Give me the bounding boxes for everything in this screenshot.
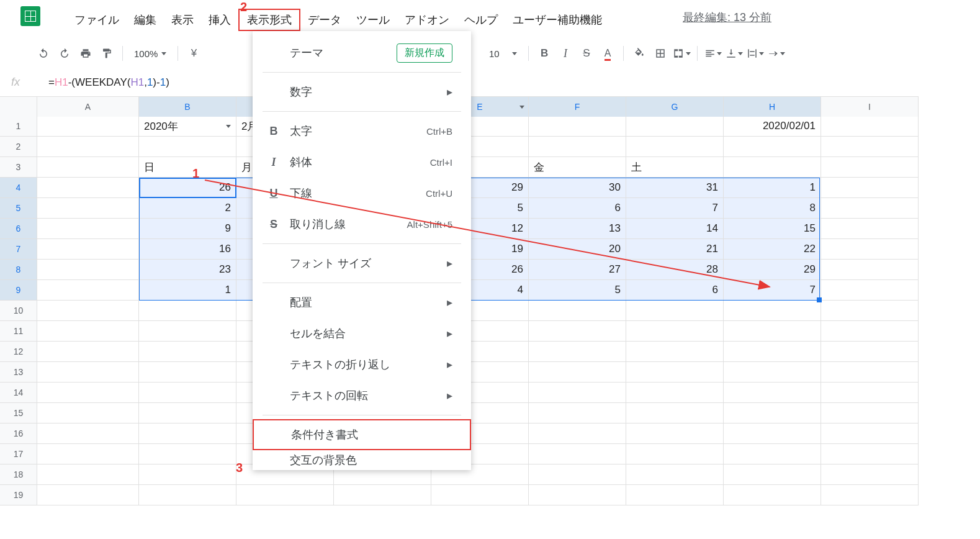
cell-F1[interactable] (529, 116, 626, 137)
cell-I12[interactable] (821, 342, 919, 362)
cell-B12[interactable] (139, 342, 236, 362)
cell-H12[interactable] (724, 342, 821, 362)
menu-accessibility[interactable]: ユーザー補助機能 (505, 10, 609, 30)
font-size-select[interactable]: 10 (484, 48, 522, 59)
cell-G11[interactable] (626, 321, 724, 342)
cell-A14[interactable] (37, 383, 139, 403)
select-all-corner[interactable] (0, 97, 37, 117)
cell-H19[interactable] (724, 485, 821, 505)
cell-A19[interactable] (37, 485, 139, 505)
cell-B1[interactable]: 2020年 (139, 116, 236, 137)
cell-B3[interactable]: 日 (139, 157, 236, 178)
menu-item-fontsize[interactable]: フォント サイズ▸ (253, 248, 471, 279)
row-header-3[interactable]: 3 (0, 157, 37, 178)
menu-tools[interactable]: ツール (349, 10, 397, 30)
column-header-A[interactable]: A (37, 97, 139, 117)
cell-F19[interactable] (529, 485, 626, 505)
cell-F9[interactable]: 5 (529, 280, 626, 301)
cell-I9[interactable] (821, 280, 919, 301)
cell-I17[interactable] (821, 444, 919, 464)
cell-H6[interactable]: 15 (724, 219, 821, 239)
chevron-down-icon[interactable] (226, 125, 231, 128)
cell-E19[interactable] (431, 485, 529, 505)
cell-A11[interactable] (37, 321, 139, 342)
print-button[interactable] (76, 44, 95, 63)
cell-G14[interactable] (626, 383, 724, 403)
cell-H4[interactable]: 1 (724, 178, 821, 198)
cell-I15[interactable] (821, 403, 919, 424)
cell-C19[interactable] (236, 485, 334, 505)
cell-F15[interactable] (529, 403, 626, 424)
cell-B9[interactable]: 1 (139, 280, 236, 301)
cell-H7[interactable]: 22 (724, 239, 821, 260)
row-header-7[interactable]: 7 (0, 239, 37, 260)
cell-H17[interactable] (724, 444, 821, 464)
row-header-11[interactable]: 11 (0, 321, 37, 342)
column-header-B[interactable]: B (139, 97, 236, 117)
cell-F10[interactable] (529, 301, 626, 321)
cell-F6[interactable]: 13 (529, 219, 626, 239)
column-header-H[interactable]: H (724, 97, 821, 117)
menu-item-italic[interactable]: I斜体Ctrl+I (253, 147, 471, 178)
cell-B5[interactable]: 2 (139, 198, 236, 219)
row-header-14[interactable]: 14 (0, 383, 37, 403)
menu-item-conditional-format[interactable]: 条件付き書式 (253, 419, 471, 450)
cell-F14[interactable] (529, 383, 626, 403)
cell-I16[interactable] (821, 424, 919, 444)
menu-insert[interactable]: 挿入 (201, 10, 238, 30)
cell-I7[interactable] (821, 239, 919, 260)
cell-G16[interactable] (626, 424, 724, 444)
menu-data[interactable]: データ (300, 10, 349, 30)
cell-I11[interactable] (821, 321, 919, 342)
cell-H5[interactable]: 8 (724, 198, 821, 219)
cell-F12[interactable] (529, 342, 626, 362)
cell-I8[interactable] (821, 260, 919, 280)
row-header-4[interactable]: 4 (0, 178, 37, 198)
column-header-I[interactable]: I (821, 97, 919, 117)
menu-item-number[interactable]: 数字▸ (253, 76, 471, 107)
cell-I18[interactable] (821, 464, 919, 485)
cell-F18[interactable] (529, 464, 626, 485)
cell-G17[interactable] (626, 444, 724, 464)
horizontal-align-button[interactable] (704, 44, 722, 63)
cell-H16[interactable] (724, 424, 821, 444)
bold-button[interactable]: B (535, 44, 554, 63)
menu-item-align[interactable]: 配置▸ (253, 287, 471, 318)
row-header-10[interactable]: 10 (0, 301, 37, 321)
strikethrough-button[interactable]: S (577, 44, 596, 63)
row-header-13[interactable]: 13 (0, 362, 37, 383)
cell-H11[interactable] (724, 321, 821, 342)
cell-B8[interactable]: 23 (139, 260, 236, 280)
row-header-18[interactable]: 18 (0, 464, 37, 485)
cell-F11[interactable] (529, 321, 626, 342)
cell-B10[interactable] (139, 301, 236, 321)
column-header-G[interactable]: G (626, 97, 724, 117)
row-header-12[interactable]: 12 (0, 342, 37, 362)
menu-view[interactable]: 表示 (164, 10, 201, 30)
row-header-19[interactable]: 19 (0, 485, 37, 505)
undo-button[interactable] (34, 44, 53, 63)
paint-format-button[interactable] (97, 44, 116, 63)
cell-I3[interactable] (821, 157, 919, 178)
cell-G6[interactable]: 14 (626, 219, 724, 239)
cell-H10[interactable] (724, 301, 821, 321)
menu-item-underline[interactable]: U下線Ctrl+U (253, 178, 471, 209)
cell-H14[interactable] (724, 383, 821, 403)
cell-F5[interactable]: 6 (529, 198, 626, 219)
cell-F7[interactable]: 20 (529, 239, 626, 260)
row-header-16[interactable]: 16 (0, 424, 37, 444)
cell-I5[interactable] (821, 198, 919, 219)
row-header-15[interactable]: 15 (0, 403, 37, 424)
cell-H8[interactable]: 29 (724, 260, 821, 280)
currency-button[interactable]: ¥ (184, 44, 203, 63)
cell-A7[interactable] (37, 239, 139, 260)
cell-A3[interactable] (37, 157, 139, 178)
cell-A4[interactable] (37, 178, 139, 198)
zoom-select[interactable]: 100% (129, 48, 171, 59)
cell-G10[interactable] (626, 301, 724, 321)
menu-help[interactable]: ヘルプ (457, 10, 505, 30)
cell-B15[interactable] (139, 403, 236, 424)
italic-button[interactable]: I (556, 44, 575, 63)
text-rotation-button[interactable] (767, 44, 786, 63)
cell-A1[interactable] (37, 116, 139, 137)
